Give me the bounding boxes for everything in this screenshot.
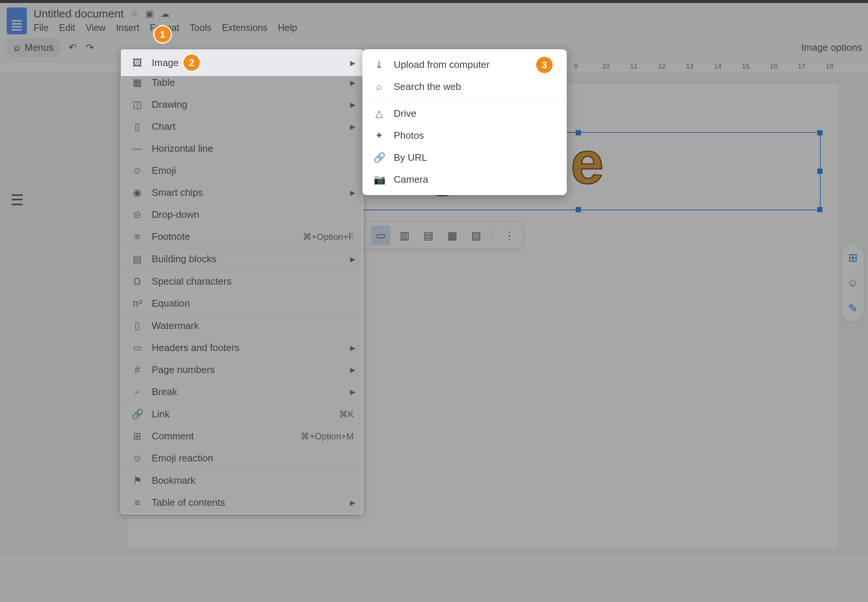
emoji-reaction-icon: ☺ <box>132 452 143 464</box>
menu-insert[interactable]: Insert <box>116 22 140 33</box>
insert-break-item[interactable]: ⌿Break▶ <box>121 381 363 403</box>
insert-table-of-contents-item[interactable]: ≡Table of contents▶ <box>121 491 363 514</box>
side-panel: ⊞ ☺ ✎ <box>841 244 864 322</box>
table-icon: ▦ <box>132 77 143 88</box>
insert-headers-footers-item[interactable]: ▭Headers and footers▶ <box>121 337 363 359</box>
search-icon: ⌕ <box>14 42 20 53</box>
insert-menu-dropdown: 🖼Image▶ ▦Table▶ ◫Drawing▶ ▯Chart▶ —Horiz… <box>121 49 363 514</box>
drawing-icon: ◫ <box>132 99 143 111</box>
suggest-edits-icon[interactable]: ✎ <box>845 301 860 316</box>
image-icon: 🖼 <box>132 57 143 69</box>
camera-item[interactable]: 📷Camera <box>362 169 567 190</box>
tutorial-badge-2: 2 <box>184 54 200 71</box>
drive-icon: △ <box>374 108 385 119</box>
image-submenu: ⤓Upload from computer ⌕Search the web △D… <box>362 49 567 195</box>
add-comment-icon[interactable]: ⊞ <box>845 250 860 265</box>
image-options-button[interactable]: Image options <box>801 42 862 53</box>
wrap-text-icon[interactable]: ▥ <box>395 226 414 245</box>
search-menus-button[interactable]: ⌕ Menus <box>6 38 62 57</box>
menu-edit[interactable]: Edit <box>59 22 75 33</box>
watermark-icon: ▯ <box>132 320 143 332</box>
hash-icon: # <box>132 364 143 376</box>
insert-comment-item[interactable]: ⊞Comment⌘+Option+M <box>121 425 363 447</box>
insert-chart-item[interactable]: ▯Chart▶ <box>121 116 363 138</box>
insert-image-item-active[interactable]: 🖼 Image ▶ <box>121 50 363 76</box>
wrap-front-icon[interactable]: ▧ <box>466 226 486 245</box>
by-url-item[interactable]: 🔗By URL <box>362 147 567 169</box>
drive-item[interactable]: △Drive <box>362 103 567 124</box>
search-the-web-item[interactable]: ⌕Search the web <box>362 76 567 98</box>
headers-icon: ▭ <box>132 342 143 353</box>
smart-chips-icon: ◉ <box>132 187 143 198</box>
document-title[interactable]: Untitled document <box>34 8 124 20</box>
dropdown-icon: ⊝ <box>132 209 143 220</box>
menu-view[interactable]: View <box>85 22 106 33</box>
bookmark-icon: ⚑ <box>132 475 143 486</box>
footnote-icon: ≡ <box>132 231 143 243</box>
more-options-icon[interactable]: ⋮ <box>500 226 519 245</box>
tutorial-badge-3: 3 <box>536 57 552 73</box>
chart-icon: ▯ <box>132 121 143 132</box>
tutorial-badge-1: 1 <box>154 26 171 43</box>
redo-icon[interactable]: ↷ <box>83 40 96 55</box>
comment-shortcut: ⌘+Option+M <box>301 431 354 442</box>
footnote-shortcut: ⌘+Option+F <box>303 232 354 242</box>
menu-help[interactable]: Help <box>278 22 297 33</box>
wrap-behind-icon[interactable]: ▦ <box>443 226 462 245</box>
insert-emoji-reaction-item[interactable]: ☺Emoji reaction <box>121 447 363 469</box>
submenu-arrow-icon: ▶ <box>350 59 355 67</box>
building-blocks-icon: ▤ <box>132 253 143 265</box>
cloud-status-icon[interactable]: ☁ <box>161 9 170 19</box>
photos-item[interactable]: ✦Photos <box>362 124 567 147</box>
insert-watermark-item[interactable]: ▯Watermark <box>121 315 363 337</box>
upload-icon: ⤓ <box>374 59 385 71</box>
search-menus-label: Menus <box>25 42 54 53</box>
insert-emoji-item[interactable]: ☺Emoji <box>121 160 363 182</box>
insert-horizontal-line-item[interactable]: —Horizontal line <box>121 138 363 160</box>
wrap-break-icon[interactable]: ▤ <box>419 226 438 245</box>
move-to-folder-icon[interactable]: ▣ <box>146 9 154 19</box>
insert-dropdown-item[interactable]: ⊝Drop-down <box>121 204 363 226</box>
insert-building-blocks-item[interactable]: ▤Building blocks▶ <box>121 248 363 270</box>
search-icon: ⌕ <box>374 81 385 92</box>
omega-icon: Ω <box>132 276 143 287</box>
insert-page-numbers-item[interactable]: #Page numbers▶ <box>121 359 363 381</box>
undo-icon[interactable]: ↶ <box>66 40 79 55</box>
break-icon: ⌿ <box>132 386 143 398</box>
insert-link-item[interactable]: 🔗Link⌘K <box>121 403 363 425</box>
insert-special-characters-item[interactable]: ΩSpecial characters <box>121 270 363 292</box>
camera-icon: 📷 <box>374 174 385 185</box>
emoji-reaction-icon[interactable]: ☺ <box>845 275 860 290</box>
document-outline-icon[interactable]: ☰ <box>11 191 24 209</box>
link-shortcut: ⌘K <box>339 409 354 419</box>
insert-footnote-item[interactable]: ≡Footnote⌘+Option+F <box>121 226 363 248</box>
insert-equation-item[interactable]: π²Equation <box>121 292 363 315</box>
insert-drawing-item[interactable]: ◫Drawing▶ <box>121 94 363 116</box>
image-floating-toolbar: dit ▭ ▥ ▤ ▦ ▧ ⋮ <box>336 221 523 249</box>
docs-logo-icon[interactable] <box>7 8 27 34</box>
photos-icon: ✦ <box>374 130 385 141</box>
menu-file[interactable]: File <box>34 22 49 33</box>
wrap-inline-icon[interactable]: ▭ <box>371 226 390 245</box>
insert-smart-chips-item[interactable]: ◉Smart chips▶ <box>121 182 363 204</box>
star-icon[interactable]: ☆ <box>130 9 139 19</box>
emoji-icon: ☺ <box>132 165 143 177</box>
link-icon: 🔗 <box>374 152 385 163</box>
horizontal-line-icon: — <box>132 143 143 154</box>
menu-tools[interactable]: Tools <box>190 22 212 33</box>
link-icon: 🔗 <box>132 408 143 420</box>
insert-bookmark-item[interactable]: ⚑Bookmark <box>121 470 363 491</box>
toc-icon: ≡ <box>132 497 143 508</box>
comment-icon: ⊞ <box>132 430 143 442</box>
menu-extensions[interactable]: Extensions <box>222 22 267 33</box>
pi-icon: π² <box>132 298 143 309</box>
